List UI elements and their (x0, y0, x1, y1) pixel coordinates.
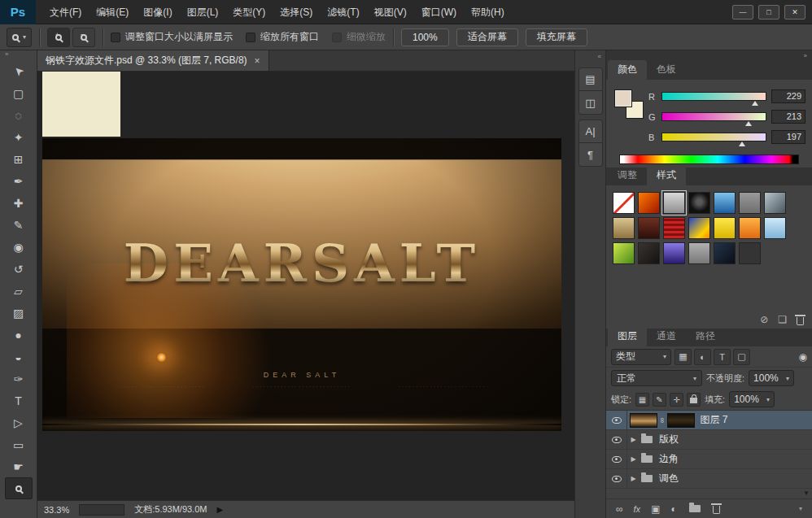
color-spectrum-ramp[interactable] (619, 155, 799, 164)
filter-type-layers-icon[interactable]: T (714, 349, 731, 365)
layer-filtering-toggle[interactable]: ◉ (799, 351, 807, 363)
style-thumbnail[interactable] (739, 217, 761, 239)
style-thumbnail[interactable] (638, 192, 660, 214)
close-button[interactable]: ✕ (784, 5, 805, 20)
layer-thumbnail[interactable] (630, 413, 657, 428)
history-brush-tool[interactable]: ↺ (5, 258, 33, 280)
healing-brush-tool[interactable]: ✚ (5, 192, 33, 214)
filter-shape-layers-icon[interactable]: ▢ (733, 349, 750, 365)
quick-selection-tool[interactable]: ✦ (5, 126, 33, 148)
character-panel-icon[interactable]: A| (579, 120, 602, 143)
channel-value-field[interactable]: 213 (771, 110, 805, 124)
menu-item[interactable]: 文件(F) (42, 0, 89, 24)
lock-transparent-pixels-icon[interactable]: ▦ (635, 393, 649, 407)
layer-name[interactable]: 图层 7 (700, 413, 727, 427)
option-checkbox[interactable]: 细微缩放 (332, 30, 386, 44)
style-thumbnail[interactable] (613, 217, 635, 239)
panel-tab[interactable]: 通道 (647, 327, 686, 346)
visibility-cell[interactable] (606, 450, 627, 468)
hand-tool[interactable]: ☛ (5, 455, 33, 477)
checkbox-icon[interactable] (111, 33, 120, 42)
menu-item[interactable]: 滤镜(T) (320, 0, 366, 24)
visibility-cell[interactable] (606, 469, 627, 488)
lasso-tool[interactable]: ◌ (5, 104, 33, 126)
brush-tool[interactable]: ✎ (5, 214, 33, 236)
layer-row[interactable]: ▶ ∞ 调色 (606, 469, 812, 489)
style-thumbnail[interactable] (663, 192, 685, 214)
opacity-field[interactable]: 100% ▾ (749, 370, 794, 386)
slider-handle-icon[interactable] (745, 121, 752, 126)
panel-tab[interactable]: 样式 (647, 166, 686, 185)
channel-value-field[interactable]: 229 (771, 89, 805, 103)
canvas-area[interactable]: DEARSALT DEAR SALT ·····················… (37, 72, 574, 500)
toolbar-collapse-icon[interactable]: » (0, 50, 8, 60)
blur-tool[interactable]: ● (5, 324, 33, 346)
menu-item[interactable]: 窗口(W) (414, 0, 464, 24)
paragraph-panel-icon[interactable]: ¶ (579, 143, 602, 166)
status-flyout-arrow-icon[interactable]: ▶ (216, 505, 223, 514)
menu-item[interactable]: 图层(L) (180, 0, 226, 24)
fill-screen-button[interactable]: 填充屏幕 (526, 28, 587, 46)
style-thumbnail[interactable] (739, 242, 761, 264)
fit-screen-button[interactable]: 适合屏幕 (456, 28, 518, 46)
slider-handle-icon[interactable] (752, 101, 758, 106)
style-thumbnail[interactable] (638, 242, 660, 264)
gradient-tool[interactable]: ▨ (5, 302, 33, 324)
channel-value-field[interactable]: 197 (771, 130, 805, 144)
menu-item[interactable]: 类型(Y) (225, 0, 273, 24)
menu-item[interactable]: 帮助(H) (464, 0, 512, 24)
zoom-out-button[interactable]: − (72, 28, 95, 47)
style-thumbnail[interactable] (739, 192, 761, 214)
style-thumbnail[interactable] (688, 242, 710, 264)
visibility-cell[interactable] (606, 411, 627, 429)
style-thumbnail[interactable] (764, 192, 786, 214)
expand-panels-icon[interactable]: « (598, 53, 605, 63)
blend-mode-dropdown[interactable]: 正常 ▾ (611, 370, 702, 386)
foreground-color-swatch[interactable] (614, 89, 632, 107)
filter-kind-dropdown[interactable]: 类型 ▾ (611, 349, 671, 365)
eyedropper-tool[interactable]: ✒ (5, 170, 33, 192)
new-group-icon[interactable] (689, 505, 701, 512)
menu-item[interactable]: 编辑(E) (89, 0, 136, 24)
channel-slider[interactable] (661, 92, 766, 101)
fill-field[interactable]: 100% ▾ (729, 391, 775, 407)
minimize-button[interactable]: — (732, 5, 753, 20)
option-checkbox[interactable]: 缩放所有窗口 (246, 30, 319, 44)
zoom-in-button[interactable]: + (47, 28, 70, 47)
filter-pixel-layers-icon[interactable]: ▦ (674, 349, 692, 365)
style-thumbnail[interactable] (663, 217, 685, 239)
scroll-down-arrow-icon[interactable]: ▼ (803, 490, 810, 497)
layer-row[interactable]: ∞ 图层 7 (606, 411, 812, 430)
clone-stamp-tool[interactable]: ◉ (5, 236, 33, 258)
lock-position-icon[interactable]: ✛ (670, 393, 683, 407)
link-layers-icon[interactable]: ∞ (616, 503, 623, 515)
layer-row[interactable]: ▶ ∞ 版权 (606, 430, 812, 450)
panel-scroll-icon[interactable]: ▾ (799, 505, 802, 512)
zoom-tool-preset[interactable]: ▾ (7, 28, 32, 47)
close-tab-icon[interactable]: × (255, 55, 260, 67)
style-thumbnail[interactable] (638, 217, 660, 239)
panel-tab[interactable]: 图层 (608, 327, 647, 346)
layer-name[interactable]: 版权 (659, 433, 679, 446)
style-thumbnail[interactable] (714, 192, 736, 214)
group-caret-icon[interactable]: ▶ (627, 436, 640, 443)
adjustment-layer-icon[interactable]: ◐ (670, 503, 676, 515)
channel-slider[interactable] (661, 133, 766, 141)
option-checkbox[interactable]: 调整窗口大小以满屏显示 (111, 30, 233, 44)
style-thumbnail[interactable] (613, 192, 635, 214)
style-thumbnail[interactable] (663, 242, 685, 264)
panel-tab[interactable]: 路径 (686, 327, 725, 346)
checkbox-icon[interactable] (246, 33, 255, 42)
lock-all-icon[interactable] (687, 393, 701, 407)
panel-tab[interactable]: 色板 (647, 60, 686, 80)
zoom-level-value[interactable]: 33.3% (44, 505, 69, 515)
path-selection-tool[interactable]: ▷ (5, 411, 33, 433)
style-thumbnail[interactable] (688, 217, 710, 239)
style-thumbnail[interactable] (714, 217, 736, 239)
filter-adjustment-layers-icon[interactable]: ◐ (694, 349, 711, 365)
pen-tool[interactable]: ✑ (5, 368, 33, 390)
navigator-panel-icon[interactable]: ◫ (579, 91, 602, 114)
marquee-tool[interactable]: ▢ (5, 82, 33, 104)
layer-name[interactable]: 调色 (659, 472, 679, 485)
layer-mask-icon[interactable]: ▣ (651, 503, 660, 515)
